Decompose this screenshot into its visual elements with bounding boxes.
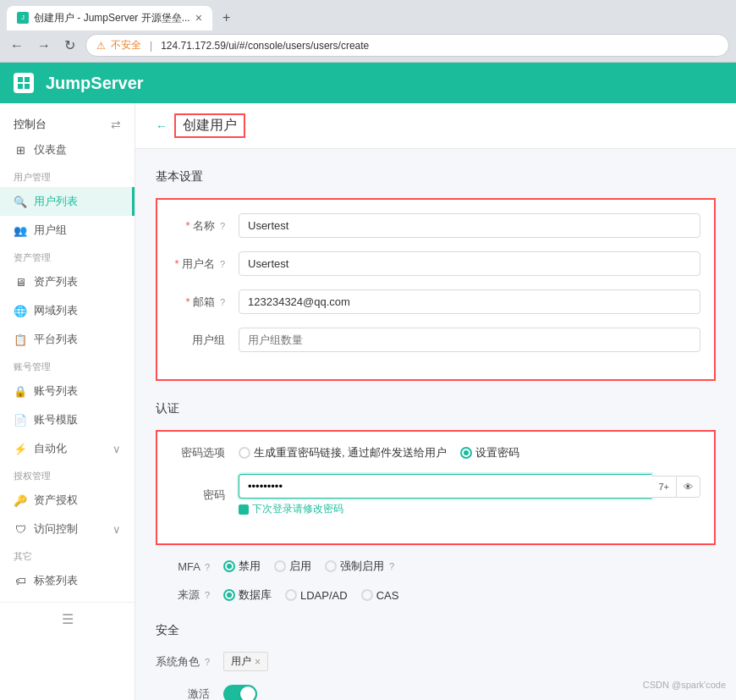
sidebar-item-label-dashboard: 仪表盘 [34, 142, 67, 157]
chevron-down-icon: ∨ [113, 443, 121, 455]
source-radio-group: 数据库 LDAP/AD CAS [223, 587, 716, 603]
source-radio-circle-3 [361, 589, 373, 601]
key-icon: 🔑 [14, 493, 27, 507]
source-option-db[interactable]: 数据库 [223, 587, 272, 603]
name-label: * 名称 ? [171, 218, 239, 234]
password-option-2-label: 设置密码 [475, 445, 519, 460]
tab-close-btn[interactable]: × [195, 11, 202, 25]
mfa-option-forced-label: 强制启用 [340, 559, 384, 574]
source-radio-dot-1 [227, 593, 232, 598]
sidebar-section-account-mgmt: 账号管理 [0, 354, 135, 377]
source-help-icon[interactable]: ? [205, 590, 210, 600]
tab-title: 创建用户 - JumpServer 开源堡垒... [34, 11, 190, 25]
user-group-input[interactable] [239, 328, 700, 352]
sidebar-item-user-group[interactable]: 👥 用户组 [0, 216, 135, 245]
password-option-1[interactable]: 生成重置密码链接, 通过邮件发送给用户 [239, 445, 447, 460]
sidebar-item-asset-list[interactable]: 🖥 资产列表 [0, 267, 135, 296]
sidebar-item-network-list[interactable]: 🌐 网域列表 [0, 296, 135, 325]
active-control [223, 685, 716, 700]
browser-chrome: J 创建用户 - JumpServer 开源堡垒... × + ← → ↻ ⚠ … [0, 0, 736, 63]
form-content: 基本设置 * 名称 ? [135, 149, 736, 700]
source-option-ldap-label: LDAP/AD [300, 589, 348, 602]
radio-circle-1 [239, 447, 250, 459]
mfa-option-forced[interactable]: 强制启用 ? [325, 559, 394, 574]
app: JumpServer 控制台 ⇄ ⊞ 仪表盘 用户管理 🔍 用户列表 👥 用户组… [0, 63, 736, 700]
sidebar-item-dashboard[interactable]: ⊞ 仪表盘 [0, 135, 135, 164]
sidebar-collapse-btn[interactable]: ☰ [62, 611, 74, 627]
svg-rect-1 [25, 77, 30, 82]
address-input[interactable]: ⚠ 不安全 | 124.71.172.59/ui/#/console/users… [85, 34, 729, 57]
system-role-help-icon[interactable]: ? [205, 657, 210, 667]
email-input[interactable] [239, 289, 700, 314]
header-logo-text: JumpServer [46, 74, 144, 93]
back-nav-btn[interactable]: ← [7, 35, 27, 57]
mfa-option-disabled[interactable]: 禁用 [223, 559, 261, 574]
grid-icon: ⊞ [14, 143, 27, 157]
active-tab[interactable]: J 创建用户 - JumpServer 开源堡垒... × [7, 6, 212, 30]
mfa-label: MFA ? [156, 560, 223, 573]
sidebar-item-asset-auth[interactable]: 🔑 资产授权 [0, 486, 135, 515]
sidebar-item-user-list[interactable]: 🔍 用户列表 [0, 187, 135, 216]
security-section-title: 安全 [156, 623, 716, 638]
source-label: 来源 ? [156, 587, 223, 603]
mfa-option-enabled[interactable]: 启用 [274, 559, 311, 574]
sidebar-item-platform-list[interactable]: 📋 平台列表 [0, 325, 135, 354]
active-row: 激活 [156, 685, 716, 700]
system-role-tag-close[interactable]: × [255, 656, 261, 668]
source-option-ldap[interactable]: LDAP/AD [285, 589, 348, 602]
lock-icon: 🔒 [14, 384, 27, 398]
username-input[interactable] [239, 251, 700, 276]
source-option-cas[interactable]: CAS [361, 589, 399, 602]
source-radio-circle-2 [285, 589, 297, 601]
sidebar-item-account-template[interactable]: 📄 账号模版 [0, 405, 135, 434]
sidebar-item-account-list[interactable]: 🔒 账号列表 [0, 377, 135, 405]
active-toggle[interactable] [223, 685, 257, 700]
mfa-option-enabled-label: 启用 [289, 559, 311, 574]
auth-section: 认证 密码选项 生成重置密码链接, 通过邮件发送给用户 [156, 401, 716, 603]
mfa-forced-help-icon[interactable]: ? [389, 561, 394, 571]
sidebar-item-access-control[interactable]: 🛡 访问控制 ∨ [0, 515, 135, 543]
basic-settings-section: 基本设置 * 名称 ? [156, 169, 716, 381]
reload-btn[interactable]: ↻ [61, 34, 79, 57]
auth-section-title: 认证 [156, 401, 716, 416]
auth-highlighted-section: 密码选项 生成重置密码链接, 通过邮件发送给用户 [156, 430, 716, 545]
system-role-label: 系统角色 ? [156, 654, 223, 670]
svg-rect-3 [25, 84, 30, 89]
sidebar-item-label-tag-list: 标签列表 [34, 573, 78, 588]
mfa-radio-dot-1 [227, 564, 232, 569]
next-login-checkbox[interactable] [239, 504, 249, 515]
mfa-radio-circle-2 [274, 560, 286, 572]
sidebar: 控制台 ⇄ ⊞ 仪表盘 用户管理 🔍 用户列表 👥 用户组 资产管理 🖥 资产列… [0, 103, 135, 700]
basic-section-title: 基本设置 [156, 169, 716, 185]
password-option-1-label: 生成重置密码链接, 通过邮件发送给用户 [254, 445, 447, 460]
users-icon: 👥 [14, 223, 27, 237]
password-input[interactable] [239, 474, 651, 499]
password-option-2[interactable]: 设置密码 [460, 445, 519, 460]
name-input[interactable] [239, 213, 700, 238]
source-radio-circle-1 [223, 589, 235, 601]
name-help-icon[interactable]: ? [220, 221, 225, 231]
name-control [239, 213, 700, 238]
username-help-icon[interactable]: ? [220, 259, 225, 269]
user-icon: 🔍 [14, 195, 27, 208]
sidebar-item-tag-list[interactable]: 🏷 标签列表 [0, 566, 135, 595]
tab-bar: J 创建用户 - JumpServer 开源堡垒... × + [0, 0, 736, 30]
mfa-help-icon[interactable]: ? [205, 562, 210, 572]
email-help-icon[interactable]: ? [220, 297, 225, 307]
forward-nav-btn[interactable]: → [34, 35, 54, 57]
highlighted-form-section: * 名称 ? * 用户名 ? [156, 198, 716, 381]
username-label: * 用户名 ? [171, 256, 239, 272]
active-label: 激活 [156, 686, 223, 700]
sidebar-toggle-btn[interactable]: ⇄ [111, 118, 121, 131]
sidebar-item-label-access-control: 访问控制 [34, 521, 106, 537]
password-toggle-btn[interactable]: 👁 [676, 476, 700, 498]
password-row: 密码 7+ 👁 下次登录请修改密码 [171, 474, 700, 516]
password-strength-btn[interactable]: 7+ [651, 476, 676, 498]
password-input-wrapper: 7+ 👁 [239, 474, 700, 499]
sidebar-item-automation[interactable]: ⚡ 自动化 ∨ [0, 434, 135, 463]
new-tab-btn[interactable]: + [216, 5, 237, 30]
sidebar-item-label-user-list: 用户列表 [34, 194, 78, 209]
tab-favicon: J [17, 12, 29, 24]
sidebar-item-label-user-group: 用户组 [34, 223, 67, 238]
page-back-btn[interactable]: ← [156, 119, 168, 133]
